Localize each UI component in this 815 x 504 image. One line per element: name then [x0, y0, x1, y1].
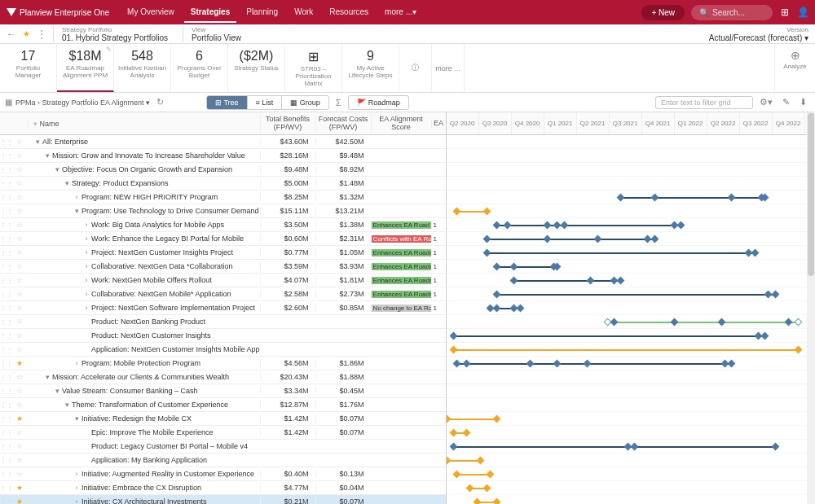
milestone-icon[interactable]: [493, 305, 501, 313]
milestone-icon[interactable]: [593, 235, 601, 243]
milestone-icon[interactable]: [509, 305, 518, 313]
drag-handle-icon[interactable]: ⋮⋮: [0, 221, 11, 229]
drag-handle-icon[interactable]: ⋮⋮: [0, 457, 11, 464]
table-row[interactable]: ⋮⋮☆▾Program: Use Technology to Drive Con…: [0, 204, 446, 218]
table-row[interactable]: ⋮⋮☆›Work: Enhance the Legacy BI Portal f…: [0, 232, 446, 246]
milestone-icon[interactable]: [587, 277, 595, 285]
row-star-icon[interactable]: ☆: [11, 401, 28, 409]
milestone-icon[interactable]: [483, 484, 491, 493]
kpi-tile[interactable]: 17Portfolio Manager: [0, 44, 57, 92]
milestone-icon[interactable]: [744, 249, 752, 257]
kpi-info[interactable]: ⓘ: [399, 44, 432, 92]
drag-handle-icon[interactable]: ⋮⋮: [0, 498, 11, 504]
milestone-icon[interactable]: [509, 263, 518, 271]
row-star-icon[interactable]: ☆: [11, 373, 28, 381]
milestone-icon[interactable]: [493, 498, 501, 504]
breadcrumb[interactable]: PPMa › Strategy Portfolio EA Alignment ▾: [15, 99, 150, 107]
table-row[interactable]: ⋮⋮★›Initiative: CX Architectural Investm…: [0, 495, 446, 504]
expand-icon[interactable]: ▾: [64, 179, 70, 187]
drag-handle-icon[interactable]: ⋮⋮: [0, 318, 11, 326]
table-row[interactable]: ⋮⋮★›Program: Mobile Protection Program$4…: [0, 357, 446, 370]
row-star-icon[interactable]: ★: [11, 497, 28, 504]
milestone-icon[interactable]: [449, 443, 457, 451]
row-star-icon[interactable]: ☆: [11, 428, 28, 436]
table-row[interactable]: ⋮⋮☆›Work: NextGen Mobile Offers Rollout$…: [0, 274, 446, 287]
milestone-icon[interactable]: [617, 194, 625, 202]
milestone-icon[interactable]: [466, 484, 474, 493]
row-star-icon[interactable]: ☆: [11, 248, 28, 256]
milestone-icon[interactable]: [677, 221, 685, 230]
nav-strategies[interactable]: Strategies: [184, 2, 236, 23]
milestone-icon[interactable]: [761, 332, 769, 340]
row-star-icon[interactable]: ☆: [11, 387, 28, 395]
kpi-tile[interactable]: ⊞STR03 – Prioritization Matrix: [285, 44, 342, 92]
search-input[interactable]: 🔍 Search...: [691, 5, 773, 20]
row-star-icon[interactable]: ☆: [11, 221, 28, 229]
table-row[interactable]: ⋮⋮☆Application: NextGen Customer Insight…: [0, 343, 446, 357]
table-row[interactable]: ⋮⋮☆›Collaborative: NextGen Mobile* Appli…: [0, 287, 446, 301]
nav-more-[interactable]: more ...▾: [378, 2, 423, 23]
table-row[interactable]: ⋮⋮☆›Initiative: Augmented Reality in Cus…: [0, 467, 446, 481]
expand-icon[interactable]: ▾: [34, 138, 41, 146]
row-star-icon[interactable]: ★: [11, 484, 28, 492]
back-icon[interactable]: ←: [7, 28, 16, 40]
gantt-bar[interactable]: [456, 363, 731, 365]
milestone-icon[interactable]: [452, 208, 460, 216]
milestone-icon[interactable]: [449, 332, 457, 340]
kpi-more-button[interactable]: more ...: [432, 44, 465, 92]
expand-icon[interactable]: ▾: [54, 387, 60, 395]
drag-handle-icon[interactable]: ⋮⋮: [0, 415, 11, 423]
gantt-bar[interactable]: [447, 419, 497, 420]
expand-icon[interactable]: ›: [83, 234, 90, 243]
gantt-bar[interactable]: [620, 197, 764, 199]
drag-handle-icon[interactable]: ⋮⋮: [0, 208, 11, 215]
gantt-bar[interactable]: [447, 460, 480, 462]
milestone-icon[interactable]: [463, 429, 471, 437]
table-row[interactable]: ⋮⋮☆▾Theme: Transformation of Customer Ex…: [0, 398, 446, 412]
milestone-icon[interactable]: [517, 305, 525, 313]
col-forecast[interactable]: Forecast Costs (FP/WV): [315, 116, 371, 132]
milestone-icon[interactable]: [544, 235, 552, 243]
expand-icon[interactable]: ›: [73, 497, 80, 504]
table-row[interactable]: ⋮⋮☆▾All: Enterprise$43.60M$42.50M: [0, 135, 446, 149]
row-star-icon[interactable]: ☆: [11, 165, 28, 173]
drag-handle-icon[interactable]: ⋮⋮: [0, 388, 11, 395]
milestone-icon[interactable]: [728, 360, 736, 368]
view-list[interactable]: ≡ List: [248, 96, 283, 109]
drag-handle-icon[interactable]: ⋮⋮: [0, 305, 11, 312]
drag-handle-icon[interactable]: ⋮⋮: [0, 360, 11, 367]
milestone-icon[interactable]: [447, 457, 451, 465]
row-star-icon[interactable]: ☆: [11, 138, 28, 146]
milestone-icon[interactable]: [630, 443, 638, 451]
row-star-icon[interactable]: ★: [11, 414, 28, 423]
col-ea2[interactable]: EA: [431, 120, 446, 128]
milestone-icon[interactable]: [755, 332, 763, 340]
roadmap-button[interactable]: 🚩Roadmap: [348, 95, 409, 110]
analyze-button[interactable]: ⊕ Analyze: [774, 44, 815, 92]
context-menu-icon[interactable]: ⋮: [37, 28, 46, 40]
table-row[interactable]: ⋮⋮★›Initiative: Embrace the CX Disruptio…: [0, 481, 446, 495]
milestone-icon[interactable]: [483, 208, 491, 216]
milestone-icon[interactable]: [560, 221, 568, 230]
gantt-bar[interactable]: [513, 280, 621, 282]
gantt-bar[interactable]: [453, 349, 799, 351]
milestone-icon[interactable]: [610, 318, 619, 327]
row-star-icon[interactable]: ☆: [11, 318, 28, 326]
milestone-icon[interactable]: [449, 346, 457, 354]
favorite-star-icon[interactable]: ★: [23, 29, 30, 38]
row-star-icon[interactable]: ☆: [11, 234, 28, 243]
row-star-icon[interactable]: ★: [11, 359, 28, 367]
drag-handle-icon[interactable]: ⋮⋮: [0, 443, 11, 450]
milestone-icon[interactable]: [650, 194, 659, 202]
expand-icon[interactable]: ›: [83, 304, 90, 312]
user-icon[interactable]: 👤: [797, 7, 808, 18]
milestone-icon[interactable]: [610, 277, 619, 285]
gantt-bar[interactable]: [456, 474, 490, 476]
drag-handle-icon[interactable]: ⋮⋮: [0, 249, 11, 256]
expand-icon[interactable]: ›: [73, 359, 80, 367]
milestone-icon[interactable]: [487, 471, 495, 479]
expand-icon[interactable]: ▾: [54, 165, 60, 173]
gantt-bar[interactable]: [496, 225, 681, 226]
table-row[interactable]: ⋮⋮☆▾Mission: Grow and Innovate To Increa…: [0, 149, 446, 163]
view-tree[interactable]: ⊞ Tree: [207, 96, 248, 109]
